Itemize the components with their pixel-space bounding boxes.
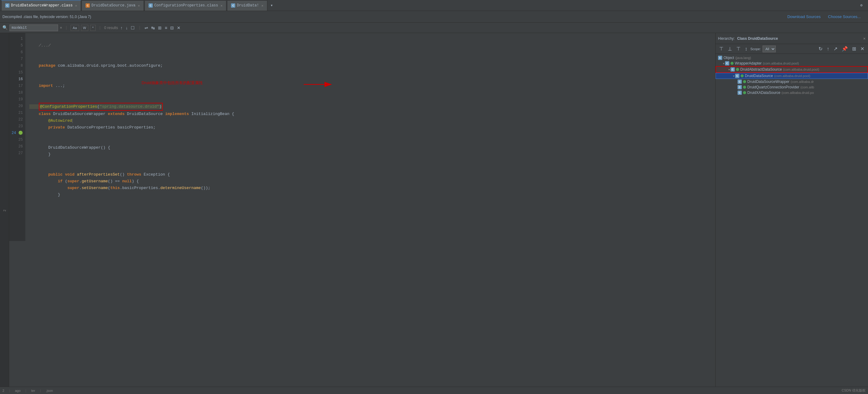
scope-label: Scope: [750, 47, 761, 51]
tree-arrow-abstract: ▾ [728, 68, 730, 71]
tree-class-object: Object [723, 56, 734, 60]
search-option-1[interactable]: ⇌ [145, 25, 148, 30]
tab-close-2[interactable]: ✕ [138, 4, 140, 8]
hierarchy-header: Hierarchy: Class DruidDataSource ✕ [716, 33, 868, 44]
scope-select[interactable]: All [763, 46, 776, 52]
line-num-19: 19 [9, 96, 25, 103]
hierarchy-pin-btn[interactable]: 📌 [840, 45, 849, 52]
tab-label-2: DruidDataSource.java [91, 3, 135, 8]
code-line-8: import ...; [29, 84, 65, 88]
code-scroll[interactable]: 1 5 6 7 8 15 16 17 18 19 20 21 22 23 [9, 33, 715, 387]
tree-item-quartz[interactable]: C DruidQuartzConnectionProvider (com.ali… [716, 84, 868, 90]
tree-item-wrapper[interactable]: ▾ C WrapperAdapter (com.alibaba.druid.po… [716, 61, 868, 66]
code-wrapper: 1 5 6 7 8 15 16 17 18 19 20 21 22 23 [9, 33, 715, 387]
search-option-2[interactable]: ↹ [151, 25, 155, 30]
search-filter-button[interactable]: ⊟ [170, 25, 174, 30]
line-num-5: 5 [9, 42, 25, 49]
search-icon[interactable]: 🔍 [2, 25, 8, 30]
main-area: 2 1 5 6 7 8 15 16 17 18 19 [0, 33, 868, 387]
search-separator-2: | [99, 25, 101, 30]
tab-druid-wrapper[interactable]: C DruidDataSourceWrapper.class ✕ [1, 0, 81, 11]
status-watermark: CSDN 优化版权 [842, 388, 866, 393]
line-num-22: 22 [9, 116, 25, 123]
search-separator-3: | [138, 25, 141, 30]
hierarchy-tree[interactable]: C Object (java.lang) ▾ C WrapperAdapter … [716, 54, 868, 387]
search-regex-button[interactable]: * [90, 25, 96, 31]
search-input[interactable] [9, 25, 58, 31]
tree-item-xa[interactable]: C DruidXADataSource (com.alibaba.druid.p… [716, 90, 868, 95]
hierarchy-btn-3[interactable]: ⊤ [735, 45, 742, 52]
tab-actions: ⚙ [856, 3, 867, 8]
hierarchy-refresh-btn[interactable]: ↻ [817, 45, 824, 52]
line-num-20: 20 [9, 103, 25, 110]
line-num-8: 8 [9, 62, 25, 69]
hierarchy-btn-2[interactable]: ⊥ [726, 45, 733, 52]
tab-close-4[interactable]: ✕ [261, 4, 264, 8]
ide-container: C DruidDataSourceWrapper.class ✕ C Druid… [0, 0, 868, 394]
search-box-button[interactable]: ☐ [131, 25, 135, 30]
line-num-17: 17 [9, 83, 25, 89]
hierarchy-close-button[interactable]: ✕ [863, 36, 866, 41]
line-num-1: 1 [9, 35, 25, 42]
search-clear-button[interactable]: ✕ [60, 25, 62, 30]
line-num-16: 16 [9, 76, 25, 83]
tree-class-abstract: DruidAbstractDataSource [740, 67, 782, 72]
hierarchy-close-panel-btn[interactable]: ✕ [859, 45, 866, 52]
tab-druid-java[interactable]: C DruidDataSource.java ✕ [82, 0, 144, 11]
hierarchy-title-label: Hierarchy: [718, 36, 735, 41]
code-line-1: /.../ [29, 43, 51, 48]
tab-more-button[interactable]: ▾ [268, 1, 275, 10]
status-sep-1: | [9, 389, 10, 392]
line-num-15: 15 [9, 69, 25, 76]
search-option-3[interactable]: ⊞ [158, 25, 162, 30]
tree-dot-xa [743, 91, 746, 94]
tree-item-wrapper-class[interactable]: C DruidDataSourceWrapper (com.alibaba.dr [716, 79, 868, 84]
search-prev-button[interactable]: ↑ [120, 25, 123, 30]
code-content[interactable]: /.../ package com.alibaba.druid.spring.b… [26, 33, 715, 241]
hierarchy-btn-4[interactable]: ↕ [744, 46, 748, 52]
search-word-button[interactable]: W [81, 25, 88, 31]
tree-item-abstract[interactable]: ▾ C DruidAbstractDataSource (com.alibaba… [716, 66, 868, 73]
hierarchy-window-btn[interactable]: ⊞ [851, 45, 857, 52]
search-close-button[interactable]: ✕ [177, 25, 181, 30]
line-num-25: 25 [9, 136, 25, 143]
tree-arrow-wrapper: ▾ [723, 62, 724, 65]
search-next-button[interactable]: ↓ [126, 25, 128, 30]
status-bar: 2 | ago | ter | .json CSDN 优化版权 [0, 387, 868, 394]
tree-package-abstract: (com.alibaba.druid.pool) [783, 67, 819, 71]
choose-sources-link[interactable]: Choose Sources... [828, 15, 861, 19]
search-option-4[interactable]: ≡ [165, 25, 167, 30]
tab-bar: C DruidDataSourceWrapper.class ✕ C Druid… [0, 0, 868, 11]
tab-close-1[interactable]: ✕ [75, 4, 77, 8]
line-num-27: 27 [9, 150, 25, 157]
tree-package-xa: (com.alibaba.druid.po [781, 91, 814, 94]
tree-class-quartz: DruidQuartzConnectionProvider [747, 85, 799, 89]
tree-class-wrapper-class: DruidDataSourceWrapper [747, 80, 789, 84]
status-sep-2: | [25, 389, 26, 392]
tab-druid-data[interactable]: C DruidData! ✕ [227, 0, 267, 11]
line-num-24: 24 🟢 [9, 130, 25, 136]
annotation-arrow [123, 78, 337, 90]
tab-label-4: DruidData! [237, 3, 259, 8]
left-sidebar: 2 [0, 33, 9, 387]
hierarchy-expand-btn[interactable]: ↗ [832, 45, 839, 52]
code-line-17: class DruidDataSourceWrapper extends Dru… [29, 112, 234, 116]
download-sources-link[interactable]: Download Sources [787, 15, 820, 19]
tree-arrow-druid-ds: ▾ [733, 74, 735, 78]
tab-icon-java: C [86, 3, 90, 8]
hierarchy-btn-1[interactable]: ⊤ [718, 45, 725, 52]
line-num-26: 26 [9, 143, 25, 150]
tree-item-druid-ds[interactable]: ▾ C DruidDataSource (com.alibaba.druid.p… [716, 73, 868, 79]
tab-config-props[interactable]: C ConfigurationProperties.class ✕ [145, 0, 226, 11]
hierarchy-export-btn[interactable]: ↑ [826, 46, 830, 52]
tree-dot-wrapper [731, 62, 734, 65]
tab-close-3[interactable]: ✕ [221, 4, 223, 8]
settings-icon[interactable]: ⚙ [860, 3, 863, 8]
code-editor: 1 5 6 7 8 15 16 17 18 19 20 21 22 23 [9, 33, 715, 241]
tree-dot-druid-ds [741, 74, 744, 77]
code-line-22: } [29, 152, 51, 157]
tab-icon-config: C [149, 3, 153, 8]
code-line-18: @Autowired [29, 118, 73, 123]
search-aa-button[interactable]: Aa [70, 25, 79, 31]
tree-item-object[interactable]: C Object (java.lang) [716, 55, 868, 61]
